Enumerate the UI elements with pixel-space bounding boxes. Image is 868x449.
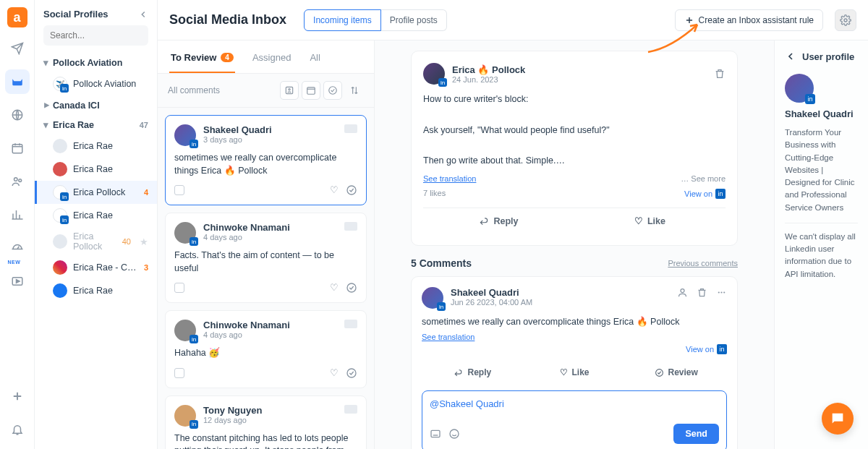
comment-card[interactable]: inShakeel Quadri3 days ago sometimes we …: [165, 115, 367, 205]
rail-team-icon[interactable]: [5, 169, 30, 194]
tab-assigned[interactable]: Assigned: [251, 48, 292, 73]
sidebar-item-erica-7[interactable]: Erica Rae: [35, 279, 157, 302]
reply-action[interactable]: Reply: [422, 363, 524, 382]
group-pollock[interactable]: ▾Pollock Aviation: [35, 53, 157, 72]
rail-globe-icon[interactable]: [5, 103, 30, 127]
post-avatar: in: [423, 63, 445, 85]
search-box[interactable]: [43, 25, 148, 46]
review-count-badge: 4: [221, 53, 234, 62]
comment-card[interactable]: inTony Nguyen12 days agoThe constant pit…: [165, 395, 367, 450]
sidebar-item-erica-2[interactable]: Erica Rae: [35, 158, 157, 181]
seg-incoming[interactable]: Incoming items: [304, 9, 381, 31]
create-rule-button[interactable]: Create an Inbox assistant rule: [675, 9, 823, 31]
reply-mention: @Shakeel Quadri: [430, 398, 504, 409]
comment-text: sometimes we really can overcomplicate t…: [422, 316, 727, 327]
svg-point-12: [347, 186, 356, 194]
chevron-left-icon: [785, 51, 796, 62]
sidebar-title: Social Profiles: [43, 9, 109, 20]
checkbox[interactable]: [174, 185, 184, 195]
sidebar-item-erica-4[interactable]: inErica Rae: [35, 204, 157, 227]
seg-posts[interactable]: Profile posts: [381, 9, 447, 31]
group-canada[interactable]: ▾Canada ICI: [35, 95, 157, 115]
post-author: Erica 🔥 Pollock: [452, 64, 525, 75]
sidebar-item-pollock-aviation[interactable]: ✈️inPollock Aviation: [35, 72, 157, 95]
attachment-icon[interactable]: [430, 428, 441, 440]
search-input[interactable]: [50, 30, 158, 40]
comment-list: inShakeel Quadri3 days ago sometimes we …: [158, 108, 374, 449]
star-icon: ★: [140, 236, 148, 247]
comment-card[interactable]: inChinwoke Nnamani4 days agoFacts. That'…: [165, 213, 367, 303]
heart-icon[interactable]: ♡: [330, 184, 339, 196]
avatar: in: [174, 124, 196, 146]
page-title: Social Media Inbox: [169, 12, 286, 27]
post-date: 24 Jun. 2023: [452, 75, 525, 84]
checkbox[interactable]: [174, 283, 184, 293]
assign-icon[interactable]: [677, 287, 688, 309]
rail-add-icon[interactable]: [5, 384, 30, 409]
rail-bell-icon[interactable]: [5, 417, 30, 442]
tab-to-review[interactable]: To Review4: [169, 48, 235, 73]
send-button[interactable]: Send: [673, 424, 719, 444]
more-icon[interactable]: [716, 287, 727, 309]
see-more-link[interactable]: … See more: [681, 174, 726, 183]
sidebar-item-erica-pollock[interactable]: inErica Pollock4: [35, 181, 157, 204]
avatar: in: [174, 320, 196, 341]
trash-icon[interactable]: [714, 68, 726, 80]
like-action[interactable]: ♡Like: [524, 363, 626, 382]
rail-send-icon[interactable]: [5, 36, 30, 61]
reply-button[interactable]: Reply: [423, 208, 574, 234]
reply-box[interactable]: @Shakeel Quadri Send: [422, 390, 727, 449]
heart-icon[interactable]: ♡: [330, 282, 339, 294]
comment-card[interactable]: inChinwoke Nnamani4 days agoHahaha 🥳♡: [165, 310, 367, 388]
chat-icon: [830, 411, 846, 427]
segmented-control: Incoming items Profile posts: [304, 9, 447, 31]
review-icon[interactable]: [346, 282, 357, 294]
profile-header[interactable]: User profile: [785, 51, 858, 62]
see-translation-link[interactable]: See translation: [422, 333, 475, 341]
previous-comments-link[interactable]: Previous comments: [668, 259, 738, 268]
see-translation-link[interactable]: See translation: [423, 174, 476, 183]
trash-icon[interactable]: [697, 287, 707, 309]
app-logo[interactable]: a: [7, 7, 27, 27]
view-on-linkedin[interactable]: View on in: [686, 344, 727, 354]
filter-review-icon[interactable]: [323, 81, 342, 100]
checkbox[interactable]: [174, 368, 184, 378]
heart-icon[interactable]: ♡: [330, 367, 339, 379]
tab-all[interactable]: All: [308, 48, 321, 73]
sidebar-item-erica-1[interactable]: Erica Rae: [35, 134, 157, 158]
filter-sort-icon[interactable]: [345, 81, 364, 100]
comment-avatar: in: [422, 287, 443, 309]
review-action[interactable]: Review: [625, 363, 727, 382]
svg-rect-10: [307, 87, 315, 94]
settings-button[interactable]: [835, 9, 856, 31]
thumbnail: [344, 405, 357, 414]
avatar: in: [174, 405, 196, 427]
view-on-linkedin[interactable]: View on in: [684, 189, 726, 199]
chat-fab[interactable]: [822, 403, 854, 435]
detail-column: in Erica 🔥 Pollock 24 Jun. 2023 How to c…: [375, 40, 774, 449]
post-body: How to cure writer's block: Ask yourself…: [423, 92, 726, 168]
rail-calendar-icon[interactable]: [5, 136, 30, 161]
sidebar-item-erica-6[interactable]: Erica Rae - Copywriter ....3: [35, 256, 157, 279]
filter-date-icon[interactable]: [302, 81, 320, 100]
svg-point-19: [723, 292, 725, 294]
thumbnail: [344, 320, 357, 328]
sidebar-item-erica-5[interactable]: Erica Pollock40★: [35, 227, 157, 256]
filter-assign-icon[interactable]: [280, 81, 299, 100]
heart-icon: ♡: [634, 215, 643, 226]
collapse-icon[interactable]: [138, 9, 148, 20]
like-button[interactable]: ♡Like: [574, 208, 726, 234]
rail-inbox-icon[interactable]: [5, 69, 30, 94]
review-icon[interactable]: [346, 184, 357, 196]
emoji-icon[interactable]: [448, 428, 460, 440]
filter-label: All comments: [168, 85, 220, 95]
rail-dashboard-icon[interactable]: NEW: [5, 236, 30, 260]
rail-library-icon[interactable]: [5, 269, 30, 294]
comment-detail-card: in Shakeel QuadriJun 26 2023, 04:00 AM s…: [411, 276, 738, 449]
group-erica[interactable]: ▾Erica Rae47: [35, 115, 157, 134]
rail-analytics-icon[interactable]: [5, 202, 30, 227]
svg-marker-5: [16, 280, 20, 283]
svg-point-16: [681, 289, 684, 293]
review-icon[interactable]: [346, 367, 357, 379]
profile-name: Shakeel Quadri: [785, 108, 858, 119]
